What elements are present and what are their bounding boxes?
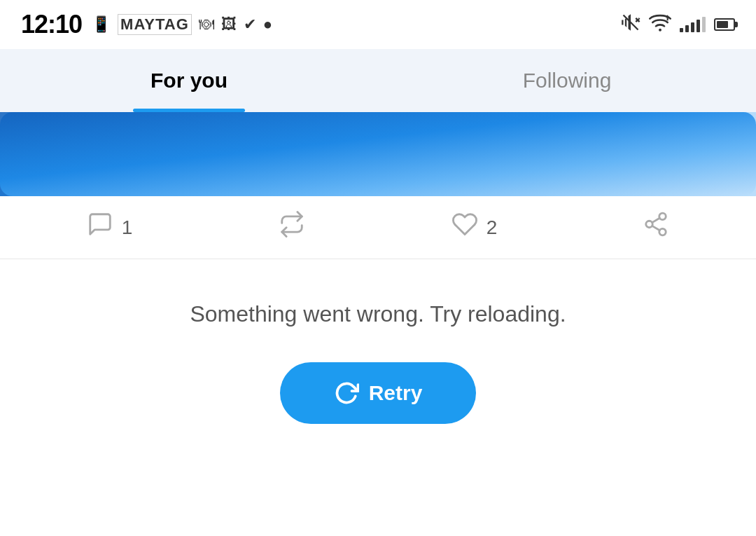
tab-for-you-label: For you (150, 69, 227, 92)
comment-action[interactable]: 1 (87, 211, 133, 244)
wifi-icon (649, 13, 671, 36)
fork-icon: 🍽 (199, 15, 214, 34)
signal-bars-icon (680, 17, 706, 32)
retweet-action[interactable] (278, 211, 306, 244)
status-icons-left: 📱 MAYTAG 🍽 🖼 ✔ ● (92, 14, 272, 35)
svg-rect-2 (0, 112, 756, 196)
dot-icon: ● (263, 15, 272, 34)
share-icon (643, 211, 669, 244)
comment-count: 1 (122, 217, 133, 239)
post-image-strip (0, 112, 756, 196)
error-message: Something went wrong. Try reloading. (190, 301, 566, 327)
check-icon: ✔ (244, 15, 256, 34)
tab-header: For you Following (0, 49, 756, 112)
status-left: 12:10 📱 MAYTAG 🍽 🖼 ✔ ● (21, 10, 272, 39)
retweet-icon (278, 211, 306, 244)
post-image-content (0, 112, 756, 196)
status-time: 12:10 (21, 10, 82, 39)
status-right (621, 13, 735, 36)
share-action[interactable] (643, 211, 669, 244)
retry-button[interactable]: Retry (280, 362, 476, 424)
comment-icon (87, 211, 113, 244)
battery-icon (714, 18, 735, 31)
like-count: 2 (486, 217, 498, 239)
mute-icon (621, 13, 640, 36)
status-bar: 12:10 📱 MAYTAG 🍽 🖼 ✔ ● (0, 0, 756, 49)
svg-line-6 (652, 226, 660, 230)
tab-for-you[interactable]: For you (0, 49, 378, 112)
like-icon (451, 211, 478, 244)
phone-icon: 📱 (92, 15, 111, 34)
error-section: Something went wrong. Try reloading. Ret… (0, 259, 756, 452)
svg-line-7 (652, 218, 660, 222)
like-action[interactable]: 2 (451, 211, 498, 244)
retry-icon (334, 380, 359, 406)
tab-following-label: Following (523, 69, 612, 92)
maytag-icon: MAYTAG (118, 14, 192, 35)
image-icon: 🖼 (221, 15, 237, 34)
retry-label: Retry (369, 381, 423, 405)
svg-point-1 (659, 29, 662, 32)
action-bar: 1 2 (0, 196, 756, 259)
tab-following[interactable]: Following (378, 49, 756, 112)
